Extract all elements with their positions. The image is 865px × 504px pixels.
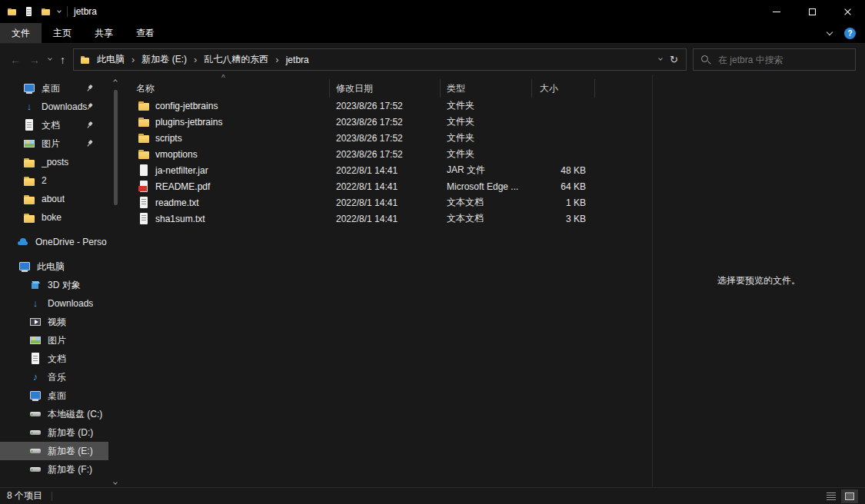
tab-home[interactable]: 主页: [42, 23, 83, 43]
ribbon-expand-chevron-icon[interactable]: [827, 28, 833, 35]
main-content: 桌面 ↓ Downloads 文档 图片 _posts 2 about: [0, 75, 865, 487]
folder-icon: [138, 132, 150, 144]
file-row[interactable]: readme.txt 2022/8/1 14:41 文本文档 1 KB: [121, 194, 652, 211]
file-date: 2022/8/1 14:41: [330, 197, 441, 208]
sidebar-item-documents-pinned[interactable]: 文档: [0, 116, 108, 134]
column-header-date-modified[interactable]: 修改日期: [330, 79, 441, 98]
back-icon[interactable]: ←: [10, 54, 21, 66]
file-row[interactable]: config-jetbrains 2023/8/26 17:52 文件夹: [121, 98, 652, 114]
forward-icon[interactable]: →: [29, 54, 40, 66]
tab-share[interactable]: 共享: [83, 23, 125, 43]
file-name: config-jetbrains: [155, 101, 218, 111]
file-name: README.pdf: [155, 181, 210, 192]
breadcrumb-current-folder[interactable]: jetbra: [279, 55, 316, 65]
desktop-icon: [29, 390, 42, 402]
search-input[interactable]: [717, 54, 848, 66]
qat-customize-chevron-icon[interactable]: [57, 8, 62, 13]
file-type: JAR 文件: [441, 164, 532, 177]
pin-icon: [85, 121, 93, 129]
file-row[interactable]: scripts 2023/8/26 17:52 文件夹: [121, 130, 652, 146]
file-name: plugins-jetbrains: [155, 117, 222, 128]
this-pc-icon: [18, 260, 31, 273]
sidebar-item-boke[interactable]: boke: [0, 208, 108, 227]
ribbon-right-controls: ?: [827, 23, 865, 43]
column-header-size[interactable]: 大小: [532, 79, 595, 98]
file-row[interactable]: README.pdf 2022/8/1 14:41 Microsoft Edge…: [121, 178, 652, 194]
recent-locations-chevron-icon[interactable]: [48, 56, 52, 61]
scroll-up-chevron-icon[interactable]: [113, 79, 118, 84]
file-date: 2023/8/26 17:52: [330, 149, 441, 160]
file-row[interactable]: sha1sum.txt 2022/8/1 14:41 文本文档 3 KB: [121, 211, 652, 227]
maximize-button[interactable]: [794, 0, 830, 23]
sidebar-item-2[interactable]: 2: [0, 171, 108, 190]
sidebar-item-onedrive[interactable]: OneDrive - Perso: [0, 233, 108, 251]
help-icon[interactable]: ?: [844, 28, 856, 39]
sidebar-item-drive-d[interactable]: 新加卷 (D:): [0, 423, 108, 442]
file-size: 48 KB: [532, 165, 595, 176]
3d-objects-icon: [29, 279, 42, 291]
sidebar-item-desktop[interactable]: 桌面: [0, 386, 108, 405]
preview-pane: 选择要预览的文件。: [652, 75, 865, 487]
file-name: scripts: [155, 133, 182, 144]
preview-message: 选择要预览的文件。: [653, 274, 865, 287]
sidebar-item-drive-c[interactable]: 本地磁盘 (C:): [0, 405, 108, 423]
drive-icon: [29, 426, 42, 439]
status-divider: [52, 492, 52, 501]
downloads-icon: ↓: [23, 101, 35, 113]
ribbon-tab-bar: 文件 主页 共享 查看 ?: [0, 23, 865, 44]
downloads-icon: ↓: [29, 297, 42, 310]
folder-icon: [138, 100, 150, 112]
breadcrumb-parent-folder[interactable]: 乱七八糟的东西: [197, 53, 275, 66]
details-view-button[interactable]: [823, 489, 840, 503]
sidebar-item-music[interactable]: ♪ 音乐: [0, 368, 108, 386]
sidebar-item-desktop-pinned[interactable]: 桌面: [0, 79, 108, 98]
scroll-down-chevron-icon[interactable]: [113, 480, 118, 485]
sidebar-item-pictures[interactable]: 图片: [0, 331, 108, 350]
sidebar-item-this-pc[interactable]: 此电脑: [0, 257, 108, 276]
column-header-name[interactable]: 名称: [121, 79, 330, 98]
thumbnails-view-button[interactable]: [841, 489, 858, 503]
sidebar-item-videos[interactable]: 视频: [0, 313, 108, 331]
titlebar: jetbra: [0, 0, 865, 23]
breadcrumb-this-pc[interactable]: 此电脑: [90, 53, 131, 66]
documents-icon: [29, 353, 42, 365]
file-name: vmoptions: [155, 149, 198, 160]
sidebar-item-drive-f[interactable]: 新加卷 (F:): [0, 460, 108, 479]
sidebar-item-drive-e[interactable]: 新加卷 (E:): [0, 442, 108, 460]
sidebar-item-downloads-pinned[interactable]: ↓ Downloads: [0, 98, 108, 116]
file-size: 3 KB: [532, 214, 595, 224]
breadcrumb-drive-e[interactable]: 新加卷 (E:): [135, 53, 194, 66]
file-date: 2022/8/1 14:41: [330, 181, 441, 192]
file-row[interactable]: vmoptions 2023/8/26 17:52 文件夹: [121, 146, 652, 162]
tab-file[interactable]: 文件: [0, 23, 42, 43]
sidebar-item-downloads[interactable]: ↓ Downloads: [0, 294, 108, 313]
thumbnails-view-icon: [845, 492, 854, 500]
file-type: 文件夹: [441, 115, 532, 128]
pin-icon: [85, 140, 93, 148]
qat-new-folder-icon[interactable]: [41, 7, 51, 17]
column-header-type[interactable]: 类型: [441, 79, 532, 98]
file-icon: [138, 164, 150, 177]
tab-view[interactable]: 查看: [125, 23, 166, 43]
address-bar[interactable]: 此电脑 › 新加卷 (E:) › 乱七八糟的东西 › jetbra ↻: [73, 48, 687, 71]
refresh-icon[interactable]: ↻: [670, 54, 678, 65]
file-row[interactable]: plugins-jetbrains 2023/8/26 17:52 文件夹: [121, 114, 652, 130]
search-box[interactable]: [693, 48, 856, 71]
sidebar-item-3d-objects[interactable]: 3D 对象: [0, 276, 108, 294]
sidebar-scrollbar-thumb[interactable]: [114, 90, 118, 205]
address-dropdown-chevron-icon[interactable]: [658, 56, 663, 61]
file-size: 1 KB: [532, 197, 595, 208]
sidebar-item-posts[interactable]: _posts: [0, 153, 108, 171]
desktop-icon: [23, 82, 35, 94]
qat-properties-icon[interactable]: [24, 7, 34, 17]
file-type: 文本文档: [441, 212, 532, 225]
sidebar-item-documents[interactable]: 文档: [0, 350, 108, 368]
minimize-button[interactable]: [759, 0, 794, 23]
up-icon[interactable]: ↑: [60, 54, 65, 66]
sidebar-item-pictures-pinned[interactable]: 图片: [0, 134, 108, 153]
text-file-icon: [138, 197, 150, 209]
close-button[interactable]: [830, 0, 865, 23]
file-row[interactable]: ja-netfilter.jar 2022/8/1 14:41 JAR 文件 4…: [121, 162, 652, 178]
sidebar-item-about[interactable]: about: [0, 190, 108, 208]
file-type: 文件夹: [441, 148, 532, 161]
